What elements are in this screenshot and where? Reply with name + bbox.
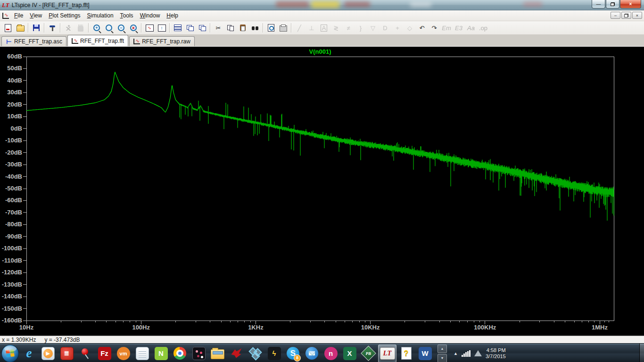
new-schematic-button[interactable] (2, 23, 14, 33)
eagle-icon[interactable] (227, 345, 246, 362)
spice-directive-button[interactable]: .op (478, 23, 489, 33)
control-panel-button[interactable] (47, 23, 58, 33)
filezilla-icon[interactable]: Fz (95, 345, 114, 362)
child-restore-button[interactable] (621, 12, 631, 19)
taskbar-clock[interactable]: 4:58 PM 3/7/2015 (486, 347, 506, 360)
vmware-player-icon[interactable]: vm (114, 345, 132, 362)
drag-button[interactable]: ◇ (404, 23, 415, 33)
cursor-y-readout: y = -37.473dB (44, 337, 80, 343)
place-label-button[interactable]: A (318, 23, 330, 33)
notepad-plus-plus-icon[interactable]: N (152, 345, 170, 362)
hexagon-app-icon[interactable] (246, 345, 264, 362)
system-tray: ▲ (454, 350, 482, 357)
pushpin-icon[interactable] (76, 345, 95, 362)
drive-tray-icon[interactable] (474, 350, 482, 356)
place-capacitor-button[interactable]: ≠ (343, 23, 354, 33)
show-desktop-button[interactable] (639, 344, 644, 362)
internet-explorer-icon[interactable]: e (20, 345, 38, 362)
redo-button[interactable]: ↷ (429, 23, 440, 33)
menu-tools[interactable]: Tools (117, 11, 137, 20)
text-button[interactable]: Aa (465, 23, 477, 33)
skype-icon[interactable]: 8S (284, 345, 302, 362)
panzoom-icon: ↕ (158, 25, 166, 32)
restore-button[interactable] (606, 0, 619, 8)
excel-icon[interactable]: X (340, 345, 359, 362)
pushpin-icon-glyph (80, 347, 92, 360)
place-inductor-button[interactable]: } (355, 23, 366, 33)
halt-button[interactable] (75, 23, 86, 33)
copy-button[interactable] (225, 23, 236, 33)
pan-zoom-button[interactable]: ↕ (156, 23, 167, 33)
tab-RFE_FFT_trap.raw[interactable]: ∿RFE_FFT_trap.raw (129, 36, 195, 46)
toolbar: +−×∿↕✂╱⊥A≷≠}▽D+◇↶↷EmE3Aa.op (0, 21, 644, 35)
drag-icon: ◇ (407, 25, 412, 31)
menu-simulation[interactable]: Simulation (84, 11, 117, 20)
svg-text:-80dB: -80dB (5, 221, 22, 228)
place-resistor-button[interactable]: ≷ (330, 23, 342, 33)
chrome-icon[interactable] (171, 345, 189, 362)
chip-app-icon[interactable]: ϟ (265, 345, 283, 362)
toolbar-separator (88, 23, 89, 33)
minimize-button[interactable]: — (592, 0, 605, 8)
clock-time: 4:58 PM (486, 347, 506, 354)
tile-horizontal-button[interactable] (172, 23, 183, 33)
move-button[interactable]: + (392, 23, 403, 33)
svg-text:-70dB: -70dB (5, 209, 22, 216)
dotted-app-icon[interactable] (190, 345, 208, 362)
calibre-icon[interactable]: ≣ (58, 345, 76, 362)
toolbar-separator (263, 23, 264, 33)
svg-text:60dB: 60dB (7, 53, 22, 60)
mirror-button[interactable]: Em (441, 23, 452, 33)
tab-bar: ⊢RFE_FFT_trap.asc∿RFE_FFT_trap.fft∿RFE_F… (0, 35, 644, 47)
find-button[interactable] (249, 23, 261, 33)
windows-explorer-icon[interactable] (208, 345, 227, 362)
start-button[interactable] (1, 345, 19, 362)
scroll-down-button[interactable]: ▼ (438, 354, 447, 362)
menu-view[interactable]: View (26, 11, 45, 20)
zoom-full-extents-button[interactable]: × (128, 23, 139, 33)
save-button[interactable] (31, 23, 42, 33)
arrange-windows-button[interactable] (197, 23, 208, 33)
fft-plot-canvas[interactable]: 60dB50dB40dB30dB20dB10dB0dB-10dB-20dB-30… (0, 47, 644, 336)
clock-date: 3/7/2015 (486, 354, 506, 360)
tab-RFE_FFT_trap.fft[interactable]: ∿RFE_FFT_trap.fft (67, 35, 128, 46)
help-file-icon[interactable]: ? (397, 345, 415, 362)
cascade-button[interactable] (184, 23, 196, 33)
autorange-y-button[interactable]: ∿ (144, 23, 155, 33)
trace-label[interactable]: V(n001) (309, 48, 331, 55)
show-hidden-icons-button[interactable]: ▲ (454, 351, 458, 356)
place-ground-button[interactable]: ⊥ (306, 23, 317, 33)
run-button[interactable] (63, 23, 74, 33)
child-close-button[interactable]: × (632, 12, 642, 19)
child-minimize-button[interactable]: – (611, 12, 620, 19)
plot-pane[interactable]: 60dB50dB40dB30dB20dB10dB0dB-10dB-20dB-30… (0, 47, 644, 336)
print-button[interactable] (278, 23, 289, 33)
print-preview-button[interactable] (265, 23, 277, 33)
open-button[interactable] (15, 23, 26, 33)
zoom-out-button[interactable]: − (116, 23, 127, 33)
media-player-icon[interactable]: ▶ (39, 345, 57, 362)
zoom-in-button[interactable]: + (91, 23, 102, 33)
menu-help[interactable]: Help (163, 11, 182, 20)
tab-RFE_FFT_trap.asc[interactable]: ⊢RFE_FFT_trap.asc (1, 36, 66, 46)
draw-wire-button[interactable]: ╱ (294, 23, 305, 33)
menu-file[interactable]: File (11, 11, 26, 20)
ltspice-taskbar-button[interactable]: LT (378, 345, 396, 362)
cut-button[interactable]: ✂ (213, 23, 224, 33)
paste-button[interactable] (237, 23, 248, 33)
menu-window[interactable]: Window (137, 11, 164, 20)
undo-button[interactable]: ↶ (416, 23, 428, 33)
menu-plot-settings[interactable]: Plot Settings (45, 11, 83, 20)
place-diode-button[interactable]: ▽ (367, 23, 379, 33)
place-component-button[interactable]: D (380, 23, 391, 33)
zoom-window-button[interactable] (103, 23, 115, 33)
thunderbird-icon[interactable] (303, 345, 321, 362)
notepad-icon[interactable] (133, 345, 151, 362)
network-signal-icon[interactable] (462, 350, 471, 357)
close-button[interactable]: × (620, 0, 641, 8)
n-app-icon[interactable]: n (322, 345, 340, 362)
powerbasic-icon[interactable]: PB (359, 345, 378, 362)
scroll-up-button[interactable]: ▲ (438, 345, 447, 353)
word-icon[interactable]: W (416, 345, 434, 362)
rotate-button[interactable]: E3 (453, 23, 464, 33)
